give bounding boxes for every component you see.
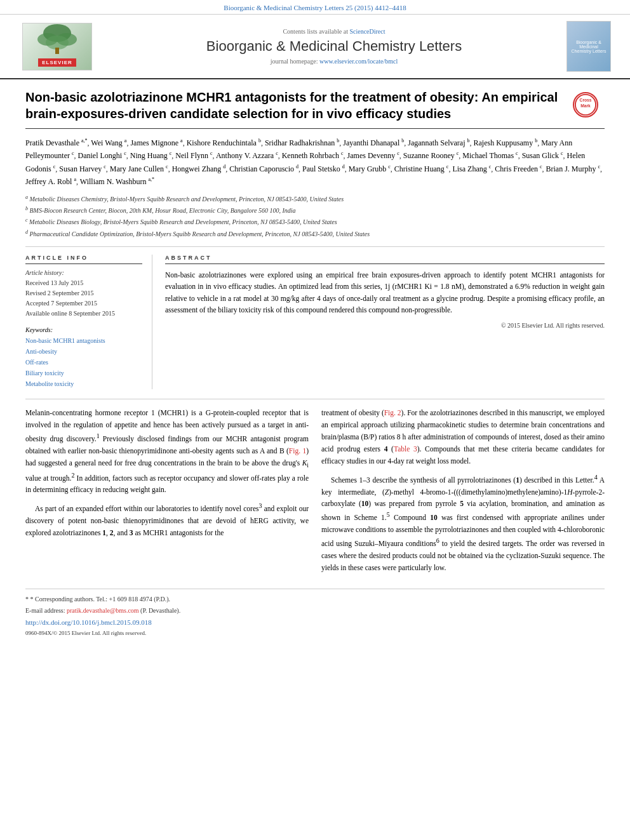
doi-link[interactable]: http://dx.doi.org/10.1016/j.bmcl.2015.09… xyxy=(25,618,152,626)
history-available: Available online 8 September 2015 xyxy=(25,309,142,319)
affiliations-section: a Metabolic Diseases Chemistry, Bristol-… xyxy=(25,194,605,247)
affiliation-a: a Metabolic Diseases Chemistry, Bristol-… xyxy=(25,194,605,204)
author-daniel: Daniel Longhi c xyxy=(78,151,126,160)
author-jagannath: Jagannath Selvaraj b xyxy=(408,138,469,147)
author-pratik: Pratik Devasthale a,* xyxy=(25,138,88,147)
body-section: Melanin-concentrating hormone receptor 1… xyxy=(25,399,605,579)
journal-cover-image: Bioorganic & Medicinal Chemistry Letters xyxy=(566,21,611,72)
email-link[interactable]: pratik.devasthale@bms.com xyxy=(67,607,139,614)
journal-header: ELSEVIER Contents lists available at Sci… xyxy=(0,15,630,79)
svg-point-3 xyxy=(46,36,69,50)
article-info-abstract-section: Article Info Article history: Received 1… xyxy=(25,255,605,389)
affiliation-a-text: Metabolic Diseases Chemistry, Bristol-My… xyxy=(30,196,344,203)
elsevier-logo-box: ELSEVIER xyxy=(22,23,92,70)
author-susan-g: Susan Glick c xyxy=(522,151,563,160)
top-banner: Bioorganic & Medicinal Chemistry Letters… xyxy=(0,0,630,15)
abstract-column: Abstract Non-basic azolotriazinones were… xyxy=(165,255,605,389)
history-revised: Revised 2 September 2015 xyxy=(25,288,142,298)
footnote-section: * * Corresponding authors. Tel.: +1 609 … xyxy=(25,589,605,637)
svg-text:Cross: Cross xyxy=(580,98,592,102)
elsevier-logo: ELSEVIER xyxy=(13,23,102,70)
sciencedirect-anchor[interactable]: ScienceDirect xyxy=(349,28,385,35)
keyword-1: Non-basic MCHR1 antagonists xyxy=(25,335,142,346)
author-christine: Christine Huang c xyxy=(394,164,449,173)
author-hongwei: Hongwei Zhang d xyxy=(172,164,226,173)
article-title-section: Non-basic azolotriazinone MCHR1 antagoni… xyxy=(25,89,605,129)
body-para-4: Schemes 1–3 describe the synthesis of al… xyxy=(321,472,605,574)
affiliation-b-text: BMS-Biocon Research Center, Biocon, 20th… xyxy=(30,207,296,214)
body-right-col: treatment of obesity (Fig. 2). For the a… xyxy=(321,407,605,579)
keywords-section: Keywords: Non-basic MCHR1 antagonists An… xyxy=(25,326,142,389)
journal-title: Bioorganic & Medicinal Chemistry Letters xyxy=(114,38,554,55)
sciencedirect-link: Contents lists available at ScienceDirec… xyxy=(114,28,554,35)
keyword-5: Metabolite toxicity xyxy=(25,378,142,389)
author-jeffrey: Jeffrey A. Robl a xyxy=(25,177,76,186)
footnote-email: E-mail address: pratik.devasthale@bms.co… xyxy=(25,606,605,615)
author-paul: Paul Stetsko d xyxy=(302,164,345,173)
author-chris: Chris Freeden c xyxy=(495,164,542,173)
author-lisa: Lisa Zhang c xyxy=(452,164,491,173)
author-susan-h: Susan Harvey c xyxy=(59,164,106,173)
journal-cover-area: Bioorganic & Medicinal Chemistry Letters xyxy=(566,21,617,72)
keyword-3: Off-rates xyxy=(25,357,142,368)
body-para-3: treatment of obesity (Fig. 2). For the a… xyxy=(321,407,605,467)
affiliation-c-text: Metabolic Diseases Biology, Bristol-Myer… xyxy=(29,219,337,226)
author-william: William N. Washburn a,* xyxy=(80,177,154,186)
tree-icon xyxy=(32,23,83,58)
keyword-2: Anti-obesity xyxy=(25,346,142,357)
author-mary-jane: Mary Jane Cullen c xyxy=(110,164,168,173)
body-left-col: Melanin-concentrating hormone receptor 1… xyxy=(25,407,309,579)
homepage-url[interactable]: www.elsevier.com/locate/bmcl xyxy=(319,58,398,65)
affiliation-b: b BMS-Biocon Research Center, Biocon, 20… xyxy=(25,205,605,215)
authors-section: Pratik Devasthale a,*, Wei Wang a, James… xyxy=(25,137,605,189)
keywords-label: Keywords: xyxy=(25,326,142,333)
affiliation-d: d Pharmaceutical Candidate Optimization,… xyxy=(25,229,605,239)
body-para-2: As part of an expanded effort within our… xyxy=(25,501,309,539)
history-accepted: Accepted 7 September 2015 xyxy=(25,298,142,309)
elsevier-logo-inner: ELSEVIER xyxy=(23,23,91,70)
article-content: Non-basic azolotriazinone MCHR1 antagoni… xyxy=(0,79,630,649)
journal-homepage: journal homepage: www.elsevier.com/locat… xyxy=(114,58,554,65)
author-brian: Brian J. Murphy c xyxy=(546,164,601,173)
author-jayanthi: Jayanthi Dhanapal b xyxy=(343,138,404,147)
keyword-4: Biliary toxicity xyxy=(25,368,142,378)
article-history: Article history: Received 13 July 2015 R… xyxy=(25,269,142,319)
author-sridhar: Sridhar Radhakrishnan b xyxy=(265,138,339,147)
footnote-star: * xyxy=(25,596,30,603)
author-neil: Neil Flynn c xyxy=(175,151,212,160)
body-two-col: Melanin-concentrating hormone receptor 1… xyxy=(25,407,605,579)
affiliation-c: c Metabolic Diseases Biology, Bristol-My… xyxy=(25,217,605,227)
author-james-d: James Devenny c xyxy=(347,151,399,160)
author-ning: Ning Huang c xyxy=(130,151,172,160)
journal-header-center: Contents lists available at ScienceDirec… xyxy=(102,28,566,65)
article-title-text: Non-basic azolotriazinone MCHR1 antagoni… xyxy=(25,89,573,122)
author-suzanne: Suzanne Rooney c xyxy=(403,151,459,160)
journal-logo-area: ELSEVIER xyxy=(13,23,102,70)
history-received: Received 13 July 2015 xyxy=(25,278,142,288)
sciencedirect-label: ScienceDirect xyxy=(349,28,385,35)
doi-line: http://dx.doi.org/10.1016/j.bmcl.2015.09… xyxy=(25,617,605,628)
crossmark-badge: Cross Mark xyxy=(573,92,605,117)
journal-citation: Bioorganic & Medicinal Chemistry Letters… xyxy=(224,4,406,11)
author-michael: Michael Thomas c xyxy=(462,151,518,160)
author-kishore: Kishore Renduchintala b xyxy=(187,138,261,147)
copyright-footer: 0960-894X/© 2015 Elsevier Ltd. All right… xyxy=(25,630,605,636)
footnote-corresponding-text: * Corresponding authors. Tel.: +1 609 81… xyxy=(30,596,171,603)
body-para-1: Melanin-concentrating hormone receptor 1… xyxy=(25,407,309,497)
email-name: (P. Devasthale). xyxy=(140,607,180,614)
crossmark-icon: Cross Mark xyxy=(573,92,598,117)
footnote-corresponding: * * Corresponding authors. Tel.: +1 609 … xyxy=(25,594,605,604)
author-christian: Christian Caporuscio d xyxy=(229,164,298,173)
author-kenneth: Kenneth Rohrbach c xyxy=(282,151,344,160)
author-wei: Wei Wang a xyxy=(91,138,126,147)
svg-rect-4 xyxy=(55,48,59,54)
article-info-column: Article Info Article history: Received 1… xyxy=(25,255,152,389)
author-anthony: Anthony V. Azzara c xyxy=(216,151,278,160)
article-title: Non-basic azolotriazinone MCHR1 antagoni… xyxy=(25,89,560,122)
article-info-label: Article Info xyxy=(25,255,142,264)
author-mary-g: Mary Grubb c xyxy=(349,164,391,173)
history-label: Article history: xyxy=(25,269,142,276)
abstract-text: Non-basic azolotriazinones were explored… xyxy=(165,269,605,316)
elsevier-label: ELSEVIER xyxy=(38,58,76,67)
crossmark-svg: Cross Mark xyxy=(574,93,597,117)
